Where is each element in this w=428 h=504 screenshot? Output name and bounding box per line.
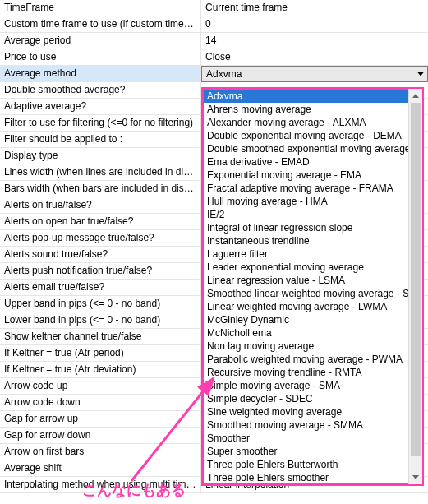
property-label: Lines width (when lines are included in … [0,164,201,180]
chevron-down-icon [412,475,419,479]
dropdown-option[interactable]: Laguerre filter [203,247,408,261]
property-label: Filter should be applied to : [0,132,201,147]
property-row[interactable]: Average period14 [0,33,428,49]
property-label: Average shift [0,460,201,476]
dropdown-option[interactable]: IE/2 [203,208,408,221]
property-row[interactable]: Price to useClose [0,49,428,66]
dropdown-option[interactable]: Recursive moving trendline - RMTA [203,366,408,379]
scroll-up-button[interactable] [409,89,422,103]
chevron-down-icon [417,72,424,76]
dropdown-option[interactable]: Linear weighted moving average - LWMA [203,300,408,313]
average-method-dropdown[interactable]: AdxvmaAhrens moving averageAlexander mov… [202,88,423,485]
chevron-up-icon [412,94,419,98]
property-row[interactable]: Custom time frame to use (if custom time… [0,16,428,33]
property-label: Alerts on true/false? [0,197,201,213]
property-label: Bars width (when bars are included in di… [0,181,201,197]
average-method-combo[interactable]: Adxvma [201,66,428,82]
dropdown-option[interactable]: Super smoother [203,445,408,458]
dropdown-option[interactable]: Instantaneous trendline [203,234,408,247]
property-label: Custom time frame to use (if custom time… [0,16,201,32]
dropdown-option[interactable]: Double smoothed exponential moving avera… [203,142,408,155]
property-value[interactable]: 14 [201,33,428,49]
property-label: Adaptive average? [0,99,201,114]
dropdown-option[interactable]: Adxvma [203,90,408,103]
property-label: Gap for arrow up [0,411,201,427]
property-row[interactable]: TimeFrameCurrent time frame [0,0,428,16]
combo-value: Adxvma [206,68,242,80]
property-row[interactable]: Average methodAdxvma [0,66,428,82]
dropdown-option[interactable]: Three pole Ehlers Butterworth [203,458,408,471]
property-label: Arrow code up [0,378,201,394]
dropdown-option[interactable]: Smoother [203,432,408,445]
dropdown-option[interactable]: Parabolic weighted moving average - PWMA [203,353,408,366]
dropdown-option[interactable]: Fractal adaptive moving average - FRAMA [203,182,408,195]
property-label: Alerts pop-up message true/false? [0,230,201,246]
dropdown-option[interactable]: Leader exponential moving average [203,261,408,274]
dropdown-option[interactable]: Three pole Ehlers smoother [203,471,408,484]
dropdown-list[interactable]: AdxvmaAhrens moving averageAlexander mov… [203,89,408,484]
property-label: Alerts on open bar true/false? [0,214,201,229]
dropdown-scrollbar[interactable] [408,89,422,484]
property-label: Average method [0,66,201,81]
dropdown-option[interactable]: Simple decycler - SDEC [203,392,408,405]
property-value[interactable]: Close [201,49,428,65]
property-label: If Keltner = true (Atr period) [0,345,201,361]
scroll-down-button[interactable] [409,470,422,484]
property-label: If Keltner = true (Atr deviation) [0,362,201,377]
dropdown-option[interactable]: McNicholl ema [203,326,408,340]
dropdown-option[interactable]: Ema derivative - EMAD [203,155,408,169]
property-label: Double smoothed average? [0,82,201,98]
property-label: Alerts push notification true/false? [0,263,201,279]
dropdown-option[interactable]: Alexander moving average - ALXMA [203,116,408,129]
dropdown-option[interactable]: Linear regression value - LSMA [203,274,408,287]
scroll-thumb[interactable] [411,103,421,456]
property-label: Average period [0,33,201,49]
property-label: Filter to use for filtering (<=0 for no … [0,115,201,131]
dropdown-option[interactable]: Simple moving average - SMA [203,379,408,392]
property-label: Upper band in pips (<= 0 - no band) [0,296,201,312]
property-label: Display type [0,148,201,164]
dropdown-option[interactable]: Ahrens moving average [203,103,408,116]
property-value[interactable]: 0 [201,16,428,32]
property-label: Interpolating method when using multi ti… [0,477,201,492]
dropdown-option[interactable]: Exponential moving average - EMA [203,169,408,182]
property-label: Alerts email true/false? [0,280,201,295]
property-label: Lower band in pips (<= 0 - no band) [0,312,201,328]
property-value[interactable]: Current time frame [201,0,428,16]
property-label: TimeFrame [0,0,201,16]
dropdown-option[interactable]: Hull moving average - HMA [203,195,408,208]
dropdown-option[interactable]: Double exponential moving average - DEMA [203,129,408,142]
dropdown-option[interactable]: Non lag moving average [203,340,408,353]
property-label: Alerts sound true/false? [0,247,201,262]
dropdown-option[interactable]: McGinley Dynamic [203,313,408,326]
dropdown-option[interactable]: Smoothed linear weighted moving average … [203,287,408,300]
dropdown-option[interactable]: Integral of linear regression slope [203,221,408,234]
property-label: Show keltner channel true/false [0,329,201,344]
dropdown-option[interactable]: Smoothed moving average - SMMA [203,418,408,432]
dropdown-option[interactable]: Sine weighted moving average [203,405,408,418]
property-label: Arrow code down [0,395,201,410]
property-label: Gap for arrow down [0,428,201,443]
property-label: Price to use [0,49,201,65]
property-label: Arrow on first bars [0,444,201,460]
